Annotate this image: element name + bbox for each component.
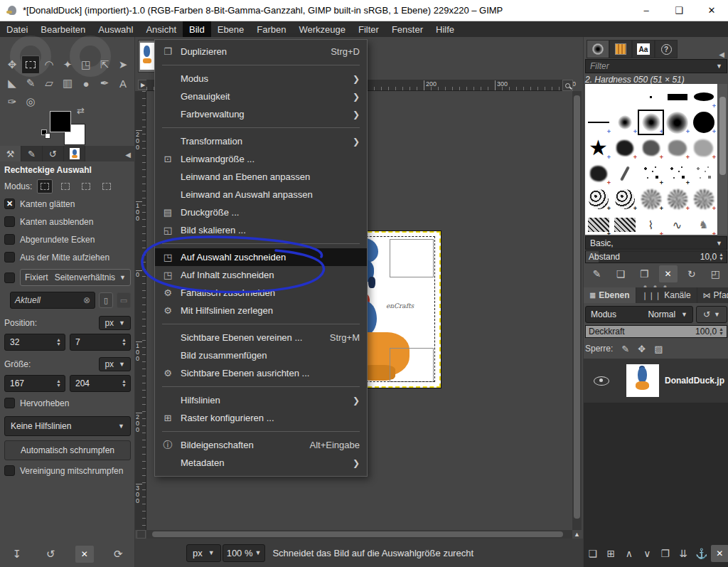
checkbox[interactable] xyxy=(4,216,15,227)
menu-item-sichtbare-ebenen-vereinen-[interactable]: Sichtbare Ebenen vereinen ...Strg+M xyxy=(155,329,367,346)
aspect-ratio-input[interactable]: Aktuell ⊗ xyxy=(10,292,95,309)
brush-cell[interactable]: + xyxy=(690,186,717,212)
vertical-scrollbar[interactable] xyxy=(572,91,582,530)
menu-ebene[interactable]: Ebene xyxy=(211,21,251,37)
mode-add-button[interactable] xyxy=(58,179,73,194)
brush-cell[interactable]: + xyxy=(638,110,664,135)
paintbrush-tool-icon[interactable]: ✎ xyxy=(21,74,40,92)
menu-item-bild-skalieren-[interactable]: ◱Bild skalieren ... xyxy=(155,221,367,239)
undo-history-tab[interactable]: ↺ xyxy=(43,146,64,161)
brush-cell[interactable]: + xyxy=(638,161,664,186)
restore-preset-button[interactable]: ↺ xyxy=(41,546,60,563)
brush-filter-input[interactable]: Filter▼ xyxy=(585,59,727,73)
brush-cell[interactable]: + xyxy=(638,135,664,161)
image-thumb-tab[interactable] xyxy=(64,146,85,161)
menu-item-metadaten[interactable]: Metadaten❯ xyxy=(155,454,367,472)
brush-cell[interactable]: + xyxy=(585,212,611,235)
brush-cell[interactable] xyxy=(664,84,690,110)
menu-farben[interactable]: Farben xyxy=(250,21,292,37)
brush-spacing-slider[interactable]: Abstand 10,0 ▲▼ xyxy=(585,250,727,263)
menu-filter[interactable]: Filter xyxy=(352,21,385,37)
quick-mask-button[interactable] xyxy=(136,530,146,539)
lower-layer-button[interactable]: ∨ xyxy=(638,545,657,562)
collapse-dock-icon[interactable]: ◀ xyxy=(125,151,135,161)
anchor-layer-button[interactable]: ⚓ xyxy=(692,545,711,562)
unit-dropdown[interactable]: px▼ xyxy=(186,544,221,562)
new-group-button[interactable]: ⊞ xyxy=(602,545,621,562)
menu-item-transformation[interactable]: Transformation❯ xyxy=(155,132,367,150)
zoom-follow-window-button[interactable] xyxy=(562,80,573,91)
transform-tool-icon[interactable]: ⇱ xyxy=(95,55,114,74)
menu-item-mit-hilfslinien-zerlegen[interactable]: ⚙Mit Hilfslinien zerlegen xyxy=(155,302,367,319)
layers-tab[interactable]: ≣Ebenen xyxy=(584,287,636,303)
fixed-checkbox[interactable] xyxy=(4,272,15,283)
rectangle-select-tool-icon[interactable] xyxy=(21,55,40,74)
menu-item-fanatisch-zuschneiden[interactable]: ⚙Fanatisch zuschneiden xyxy=(155,284,367,302)
brush-cell[interactable] xyxy=(611,84,638,110)
brush-cell[interactable] xyxy=(585,84,611,110)
zoom-dropdown[interactable]: 100 %▼ xyxy=(223,544,266,562)
delete-preset-button[interactable]: ✕ xyxy=(75,546,94,563)
menu-ansicht[interactable]: Ansicht xyxy=(139,21,183,37)
lock-alpha-icon[interactable]: ▨ xyxy=(654,344,663,354)
vertical-ruler[interactable]: 2001000100200300 xyxy=(135,91,146,530)
refresh-brushes-button[interactable]: ↻ xyxy=(682,265,701,282)
edit-brush-button[interactable]: ✎ xyxy=(588,265,606,282)
checkbox[interactable] xyxy=(4,252,15,263)
color-picker-tool-icon[interactable]: ✑ xyxy=(3,92,21,111)
brush-cell[interactable]: + xyxy=(611,186,638,212)
brush-cell[interactable]: ∿ xyxy=(664,212,690,235)
clone-tool-icon[interactable]: ▥ xyxy=(58,74,77,92)
shrink-merged-checkbox[interactable] xyxy=(4,465,15,476)
brush-cell[interactable] xyxy=(611,212,638,235)
menu-item-genauigkeit[interactable]: Genauigkeit❯ xyxy=(155,88,367,105)
fixed-control[interactable]: Fixiert Seitenverhältnis▼ xyxy=(20,269,131,286)
lock-pixels-icon[interactable]: ✎ xyxy=(621,344,629,354)
portrait-orientation-button[interactable]: ▯ xyxy=(99,292,113,308)
channels-tab[interactable]: ❘❘❘Kanäle xyxy=(636,287,697,303)
close-button[interactable]: ✕ xyxy=(695,0,728,21)
mode-intersect-button[interactable] xyxy=(99,179,114,194)
smudge-tool-icon[interactable]: ● xyxy=(77,74,95,92)
mode-replace-button[interactable] xyxy=(37,179,53,194)
warp-tool-icon[interactable]: ➤ xyxy=(114,55,132,74)
new-layer-button[interactable]: ❏ xyxy=(584,545,602,562)
fonts-tab[interactable]: Aa xyxy=(632,40,655,58)
brush-cell[interactable]: + xyxy=(585,186,611,212)
checkbox[interactable]: ✕ xyxy=(4,198,15,209)
new-brush-button[interactable]: ❏ xyxy=(611,265,630,282)
eraser-tool-icon[interactable]: ▱ xyxy=(40,74,58,92)
opacity-slider[interactable]: Deckkraft 100,0 ▲▼ xyxy=(585,325,727,338)
position-unit-dropdown[interactable]: px▼ xyxy=(99,316,131,330)
navigation-button[interactable]: ▲ xyxy=(572,530,582,539)
mode-subtract-button[interactable] xyxy=(78,179,94,194)
brush-cell[interactable]: + xyxy=(690,135,717,161)
mode-reset-button[interactable]: ↺ ▼ xyxy=(696,306,727,323)
brush-cell[interactable]: + xyxy=(664,161,690,186)
selection-rectangle[interactable] xyxy=(359,236,435,382)
delete-brush-button[interactable]: ✕ xyxy=(659,265,678,282)
brush-cell[interactable]: ⌇+ xyxy=(638,212,664,235)
layer-mode-dropdown[interactable]: Modus Normal ▼ xyxy=(585,306,693,323)
menu-fenster[interactable]: Fenster xyxy=(385,21,429,37)
checkbox[interactable] xyxy=(4,234,15,245)
menu-hilfe[interactable]: Hilfe xyxy=(429,21,461,37)
brush-scroll-thumb[interactable] xyxy=(719,97,726,175)
menu-item-sichtbare-ebenen-ausrichten-[interactable]: ⚙Sichtbare Ebenen ausrichten ... xyxy=(155,364,367,382)
vertical-scroll-thumb[interactable] xyxy=(574,95,580,519)
free-select-tool-icon[interactable]: ◠ xyxy=(40,55,58,74)
brush-group-dropdown[interactable]: Basic,▼ xyxy=(585,236,727,250)
size-unit-dropdown[interactable]: px▼ xyxy=(99,357,131,371)
brush-grid[interactable]: ++++++★++++++++++++++⌇+∿♞+ xyxy=(585,84,717,235)
fuzzy-select-tool-icon[interactable]: ✦ xyxy=(58,55,77,74)
horizontal-scroll-thumb[interactable] xyxy=(152,531,563,537)
menu-item-bildeigenschaften[interactable]: ⓘBildeigenschaftenAlt+Eingabe xyxy=(155,436,367,454)
brush-cell[interactable] xyxy=(611,161,638,186)
brush-cell[interactable]: + xyxy=(585,110,611,135)
landscape-orientation-button[interactable]: ▭ xyxy=(117,292,131,308)
clear-icon[interactable]: ⊗ xyxy=(83,295,90,305)
crop-tool-icon[interactable]: ◳ xyxy=(77,55,95,74)
brush-cell[interactable]: + xyxy=(664,135,690,161)
brush-cell[interactable]: + xyxy=(611,110,638,135)
menu-item-leinwandgrö-e-[interactable]: ⊡Leinwandgröße ... xyxy=(155,150,367,168)
